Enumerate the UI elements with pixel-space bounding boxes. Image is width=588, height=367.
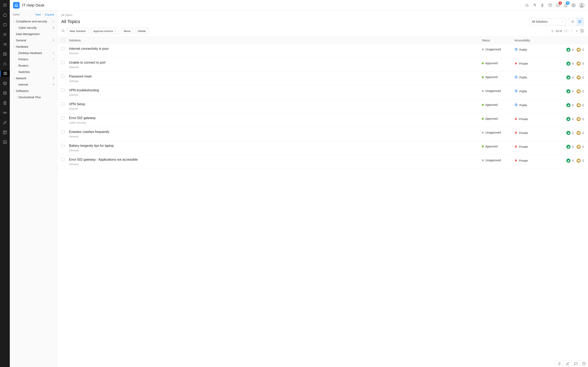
globe-icon bbox=[515, 75, 518, 79]
accessibility-text: Public bbox=[519, 104, 527, 107]
svg-rect-24 bbox=[515, 63, 517, 64]
rail-layout-icon[interactable] bbox=[0, 129, 10, 135]
row-checkbox[interactable] bbox=[61, 130, 65, 133]
status-text: Approved bbox=[485, 62, 498, 65]
svg-point-10 bbox=[4, 34, 6, 35]
table-row[interactable]: Error 502 gatewayCyber securityApprovedP… bbox=[57, 113, 588, 127]
table-row[interactable]: Ezeedoc crashes frequentlyGeneralUnappro… bbox=[57, 127, 588, 141]
row-checkbox[interactable] bbox=[61, 116, 65, 119]
table-row[interactable]: Error 502 gateway - Applications not acc… bbox=[57, 155, 588, 169]
app-title: IT Help Desk bbox=[22, 3, 44, 8]
tree-item-label: Network bbox=[16, 77, 53, 80]
topic-sidebar: TOPIC New Expand Compliance and security… bbox=[10, 11, 57, 367]
tree-item[interactable]: Network3 bbox=[10, 75, 57, 81]
rail-rocket-icon[interactable] bbox=[0, 61, 10, 67]
rail-invoice-icon[interactable] bbox=[0, 100, 10, 106]
pager-more-icon[interactable]: ••• bbox=[564, 29, 568, 33]
col-status[interactable]: Status bbox=[482, 39, 515, 42]
thumbs-up-icon bbox=[566, 159, 571, 163]
footer-help-icon[interactable] bbox=[580, 360, 588, 367]
table-row[interactable]: Password resetSettingsApprovedPublic00 bbox=[57, 72, 588, 86]
rail-knowledge-icon[interactable] bbox=[0, 71, 10, 77]
topbar-search-icon[interactable] bbox=[524, 3, 530, 8]
tree-item[interactable]: Switches bbox=[10, 69, 57, 75]
row-checkbox[interactable] bbox=[61, 75, 65, 78]
topbar-notifications-icon[interactable]: 19 bbox=[563, 3, 568, 8]
table-row[interactable]: Battery longevity tips for laptopGeneral… bbox=[57, 141, 588, 155]
tree-item[interactable]: General3 bbox=[10, 37, 57, 43]
rail-bug-icon[interactable] bbox=[0, 31, 10, 38]
topbar-avatar[interactable] bbox=[579, 2, 585, 8]
toolbar-search-icon[interactable] bbox=[61, 29, 65, 33]
rail-wrench-icon[interactable] bbox=[0, 119, 10, 125]
tree-item[interactable]: Compliance and security1 bbox=[10, 18, 57, 25]
tree-item[interactable]: Routers bbox=[10, 62, 57, 69]
rail-ticket-icon[interactable] bbox=[0, 22, 10, 28]
pager-prev-icon[interactable] bbox=[571, 30, 573, 33]
sidebar-new-link[interactable]: New bbox=[35, 13, 41, 16]
left-nav-rail bbox=[0, 0, 10, 367]
delete-button[interactable]: Delete bbox=[135, 28, 148, 34]
topbar-settings-icon[interactable] bbox=[571, 3, 576, 8]
tree-item[interactable]: ServiceDesk Plus bbox=[10, 94, 57, 100]
row-checkbox[interactable] bbox=[61, 47, 65, 50]
table-row[interactable]: Unable to connect to portNetworkApproved… bbox=[57, 58, 588, 72]
tree-item-count: 1 bbox=[53, 20, 54, 23]
view-detail-icon[interactable] bbox=[576, 18, 584, 25]
rail-tools-icon[interactable] bbox=[0, 51, 10, 57]
footer-zia-icon[interactable] bbox=[555, 360, 563, 367]
tree-item[interactable]: Hardware bbox=[10, 43, 57, 50]
pager-next-icon[interactable] bbox=[575, 30, 578, 33]
row-checkbox[interactable] bbox=[61, 102, 65, 106]
svg-point-6 bbox=[3, 6, 4, 7]
row-checkbox[interactable] bbox=[61, 144, 65, 147]
table-header: Solutions Status Accessibility bbox=[57, 37, 588, 44]
row-checkbox[interactable] bbox=[61, 61, 65, 64]
comment-icon bbox=[577, 103, 581, 107]
rail-apps-icon[interactable] bbox=[0, 2, 10, 8]
row-checkbox[interactable] bbox=[61, 89, 65, 92]
svg-point-18 bbox=[581, 4, 582, 5]
tree-item-count: 1 bbox=[53, 51, 54, 54]
tree-item-count: 1 bbox=[53, 58, 54, 61]
chevron-icon bbox=[13, 90, 16, 92]
col-solutions[interactable]: Solutions bbox=[69, 39, 482, 42]
tree-item-count: 3 bbox=[53, 39, 54, 42]
tree-item[interactable]: Printers1 bbox=[10, 56, 57, 62]
tree-item[interactable]: Cyber security8 bbox=[10, 25, 57, 31]
chevron-icon bbox=[13, 45, 16, 48]
table-row[interactable]: VPN troubleshootingInternetUnapprovedPub… bbox=[57, 86, 588, 100]
topbar-pin-icon[interactable] bbox=[532, 3, 537, 8]
tree-item-label: Softwares bbox=[16, 89, 54, 92]
row-checkbox[interactable] bbox=[61, 158, 65, 161]
column-settings-icon[interactable] bbox=[580, 29, 584, 33]
tree-item[interactable]: Data Management bbox=[10, 31, 57, 37]
select-all-checkbox[interactable] bbox=[61, 39, 65, 42]
footer-chat-icon[interactable] bbox=[572, 360, 580, 367]
rail-handshake-icon[interactable] bbox=[0, 110, 10, 116]
status-indicator-icon bbox=[482, 76, 484, 78]
table-row[interactable]: Internet connectivity is poorInternetUna… bbox=[57, 44, 588, 58]
tree-item[interactable]: Softwares bbox=[10, 88, 57, 94]
table-row[interactable]: VPN SetupInternetApprovedPublic00 bbox=[57, 100, 588, 113]
topbar-history-icon[interactable] bbox=[548, 3, 553, 8]
sidebar-expand-link[interactable]: Expand bbox=[45, 13, 54, 16]
tree-item[interactable]: Internet4 bbox=[10, 81, 57, 88]
solution-title: VPN Setup bbox=[69, 102, 482, 106]
breadcrumb[interactable]: All Topics bbox=[57, 11, 588, 17]
footer-compose-icon[interactable] bbox=[563, 360, 572, 367]
topbar-pending-icon[interactable]: 3 bbox=[555, 3, 561, 8]
topbar-bolt-icon[interactable] bbox=[540, 3, 545, 8]
new-solution-button[interactable]: New Solution bbox=[67, 28, 89, 34]
rail-database-icon[interactable] bbox=[0, 90, 10, 96]
rail-reports-icon[interactable] bbox=[0, 139, 10, 145]
view-list-icon[interactable] bbox=[569, 18, 576, 25]
rail-cube-icon[interactable] bbox=[0, 80, 10, 86]
col-accessibility[interactable]: Accessibility bbox=[515, 39, 557, 42]
tree-item[interactable]: Desktop Hardware1 bbox=[10, 50, 57, 56]
move-button[interactable]: Move bbox=[121, 28, 133, 34]
rail-shuffle-icon[interactable] bbox=[0, 41, 10, 47]
filter-dropdown[interactable]: All Solutions bbox=[529, 18, 566, 25]
rail-home-icon[interactable] bbox=[0, 12, 10, 18]
approve-actions-button[interactable]: Approve Actions bbox=[91, 28, 119, 34]
